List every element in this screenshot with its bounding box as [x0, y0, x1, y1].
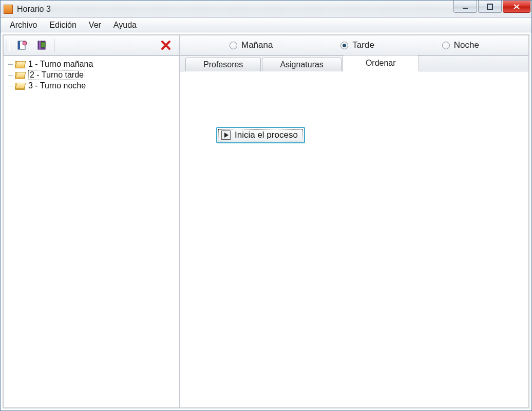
menu-help[interactable]: Ayuda [107, 20, 143, 31]
radio-afternoon[interactable]: Tarde [340, 40, 374, 50]
tree-item-3[interactable]: 3 - Turno noche [6, 81, 177, 91]
svg-rect-3 [18, 41, 20, 49]
folder-icon [15, 71, 25, 79]
close-button[interactable] [503, 1, 530, 13]
content-panel: Profesores Asignaturas Ordenar Inicia el… [180, 55, 529, 408]
start-process-label: Inicia el proceso [235, 130, 298, 140]
toolbar-grip [7, 39, 10, 51]
tab-order[interactable]: Ordenar [343, 55, 419, 71]
tab-teachers[interactable]: Profesores [185, 58, 261, 71]
minimize-button[interactable] [453, 1, 477, 13]
toolbar-sep [54, 39, 54, 52]
tool-btn-2[interactable] [35, 39, 49, 52]
menu-file[interactable]: Archivo [4, 20, 43, 31]
app-window: Horario 3 Archivo Edición Ver Ayuda [0, 0, 532, 411]
svg-rect-1 [487, 4, 492, 9]
book-icon [36, 40, 48, 51]
svg-rect-0 [463, 8, 468, 9]
tool-btn-1[interactable] [16, 39, 29, 52]
svg-point-4 [23, 41, 27, 45]
app-icon [4, 5, 13, 14]
upper-row: Mañana Tarde Noche [3, 35, 529, 55]
tree-item-label: 2 - Turno tarde [28, 70, 85, 80]
delete-button[interactable] [156, 40, 176, 50]
folder-icon [15, 60, 25, 68]
titlebar: Horario 3 [1, 1, 531, 18]
menubar: Archivo Edición Ver Ayuda [1, 18, 531, 32]
body-row: 1 - Turno mañana 2 - Turno tarde 3 - Tur… [3, 55, 529, 408]
radio-night[interactable]: Noche [442, 40, 479, 50]
radio-dot-morning [230, 42, 237, 49]
shift-radio-group: Mañana Tarde Noche [180, 35, 529, 55]
tree-item-1[interactable]: 1 - Turno mañana [6, 59, 177, 69]
menu-edit[interactable]: Edición [43, 20, 82, 31]
window-title: Horario 3 [17, 5, 453, 14]
close-icon [513, 4, 520, 10]
notebook-icon [17, 40, 28, 51]
tree-panel: 1 - Turno mañana 2 - Turno tarde 3 - Tur… [3, 55, 180, 408]
tab-body: Inicia el proceso [180, 71, 528, 407]
start-process-button[interactable]: Inicia el proceso [216, 127, 305, 143]
window-controls [453, 1, 531, 17]
folder-icon [15, 82, 25, 90]
minimize-icon [462, 4, 468, 10]
tree-item-label: 3 - Turno noche [28, 81, 86, 90]
tab-strip: Profesores Asignaturas Ordenar [180, 56, 528, 71]
x-icon [161, 40, 171, 50]
radio-dot-afternoon [340, 42, 348, 49]
radio-morning[interactable]: Mañana [230, 40, 273, 50]
radio-night-label: Noche [454, 40, 479, 50]
svg-rect-6 [39, 41, 41, 49]
maximize-icon [487, 4, 493, 10]
play-icon [221, 130, 231, 140]
radio-afternoon-label: Tarde [352, 40, 374, 50]
tree-item-label: 1 - Turno mañana [28, 60, 93, 69]
tab-subjects[interactable]: Asignaturas [262, 58, 341, 71]
maximize-button[interactable] [478, 1, 502, 13]
left-toolbar [3, 35, 180, 55]
radio-morning-label: Mañana [241, 40, 273, 50]
tree-item-2[interactable]: 2 - Turno tarde [6, 69, 177, 81]
client-area: Mañana Tarde Noche 1 - Turno mañana [3, 34, 529, 408]
radio-dot-night [442, 42, 450, 49]
menu-view[interactable]: Ver [83, 20, 107, 31]
